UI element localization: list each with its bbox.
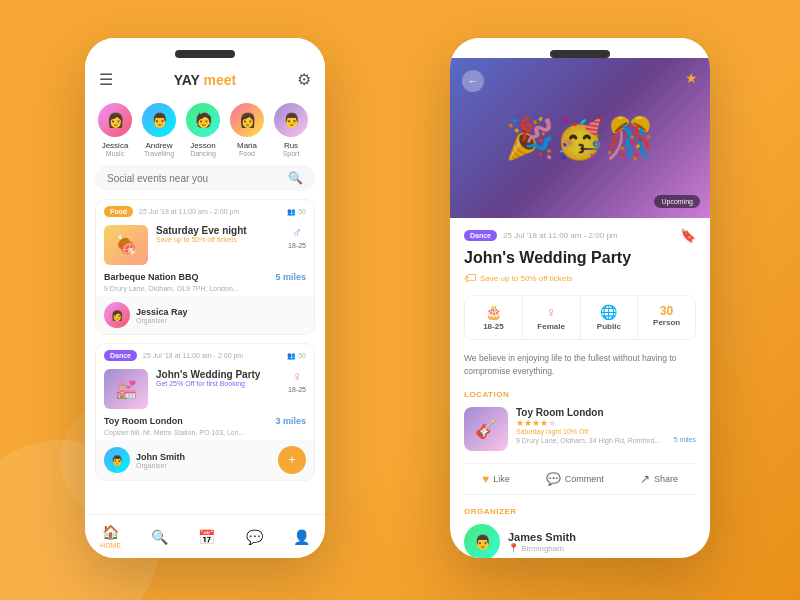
star-rating: ★★★★★ bbox=[516, 418, 696, 428]
organizer-avatar: 👨 bbox=[464, 524, 500, 559]
comment-button[interactable]: 💬 Comment bbox=[546, 472, 604, 486]
calendar-icon: 📅 bbox=[198, 529, 215, 545]
event-thumbnail: 🍖 bbox=[104, 225, 148, 265]
organiser-avatar: 👩 bbox=[104, 302, 130, 328]
dance-tag: Dance bbox=[104, 350, 137, 361]
pin-icon: 📍 bbox=[508, 543, 519, 553]
avatars-row: 👩 Jessica Music 👨 Andrew Travelling 🧑 Je… bbox=[85, 95, 325, 165]
discount-icon: 🏷 bbox=[464, 271, 476, 285]
profile-icon: 👤 bbox=[293, 529, 310, 545]
event-hero: 🎉🥳🎊 ← ★ Upcoming bbox=[450, 58, 710, 218]
detail-content: Dance 25 Jul '18 at 11:00 am - 2:00 pm 🔖… bbox=[450, 218, 710, 558]
upcoming-badge: Upcoming bbox=[654, 195, 700, 208]
app-logo: YAY meet bbox=[174, 72, 237, 88]
right-phone: 🎉🥳🎊 ← ★ Upcoming Dance 25 Jul '18 at 11:… bbox=[450, 38, 710, 558]
location-thumbnail: 🎸 bbox=[464, 407, 508, 451]
stat-count: 30 Person bbox=[638, 296, 695, 339]
search-bar[interactable]: 🔍 bbox=[95, 165, 315, 191]
phone-notch-right bbox=[550, 50, 610, 58]
people-count-2: 👥 50 bbox=[287, 352, 306, 360]
location-info: Toy Room London ★★★★★ Saturday night 10%… bbox=[516, 407, 696, 444]
gender-icon-2: ♀ bbox=[292, 369, 302, 384]
gender-icon: ♂ bbox=[292, 225, 302, 240]
nav-search[interactable]: 🔍 bbox=[151, 529, 168, 545]
event-card-2[interactable]: Dance 25 Jul '18 at 11:00 am - 2:00 pm 👥… bbox=[95, 343, 315, 481]
food-tag: Food bbox=[104, 206, 133, 217]
home-icon: 🏠 bbox=[102, 524, 119, 540]
right-phone-content: 🎉🥳🎊 ← ★ Upcoming Dance 25 Jul '18 at 11:… bbox=[450, 58, 710, 558]
organizer-row: 👨 James Smith 📍 Birmingham bbox=[464, 524, 696, 559]
public-icon: 🌐 bbox=[600, 304, 617, 320]
event-card-header-2: Dance 25 Jul '18 at 11:00 am - 2:00 pm 👥… bbox=[96, 344, 314, 365]
nav-home[interactable]: 🏠 HOME bbox=[100, 524, 121, 549]
event-thumbnail-2: 💒 bbox=[104, 369, 148, 409]
share-button[interactable]: ↗ Share bbox=[640, 472, 678, 486]
avatar-jesson: 🧑 bbox=[184, 101, 222, 139]
avatar-maria: 👩 bbox=[228, 101, 266, 139]
organizer-info: James Smith 📍 Birmingham bbox=[508, 531, 576, 553]
event-body-2: 💒 John's Wedding Party Get 25% Off for f… bbox=[96, 365, 314, 413]
event-card-1[interactable]: Food 25 Jul '18 at 11:00 am - 2:00 pm 👥 … bbox=[95, 199, 315, 335]
gender-stat-icon: ♀ bbox=[546, 304, 557, 320]
organiser-avatar-2: 👨 bbox=[104, 447, 130, 473]
event-type-tag: Dance bbox=[464, 230, 497, 241]
left-phone: ☰ YAY meet ⚙ 👩 Jessica Music 👨 Andrew Tr… bbox=[85, 38, 325, 558]
like-button[interactable]: ♥ Like bbox=[482, 472, 510, 486]
event-info: Saturday Eve night Save up to 50% off ti… bbox=[156, 225, 276, 243]
like-icon: ♥ bbox=[482, 472, 489, 486]
avatar-rus: 👨 bbox=[272, 101, 310, 139]
nav-profile[interactable]: 👤 bbox=[293, 529, 310, 545]
search-input[interactable] bbox=[107, 173, 288, 184]
event-description: We believe in enjoying life to the fulle… bbox=[464, 352, 696, 378]
event-organiser-2: 👨 John Smith Organiser + bbox=[96, 440, 314, 480]
location-card: 🎸 Toy Room London ★★★★★ Saturday night 1… bbox=[464, 407, 696, 451]
avatar-item[interactable]: 👩 Jessica Music bbox=[95, 101, 135, 157]
avatar-item[interactable]: 🧑 Jesson Dancing bbox=[183, 101, 223, 157]
filter-icon[interactable]: ⚙ bbox=[297, 70, 311, 89]
event-info-2: John's Wedding Party Get 25% Off for fir… bbox=[156, 369, 276, 387]
event-title: John's Wedding Party bbox=[464, 249, 631, 267]
avatar-item[interactable]: 👨 Rus Sport bbox=[271, 101, 311, 157]
nav-calendar[interactable]: 📅 bbox=[198, 529, 215, 545]
action-row: ♥ Like 💬 Comment ↗ Share bbox=[464, 463, 696, 495]
avatar-jessica: 👩 bbox=[96, 101, 134, 139]
discount-row: 🏷 Save up to 50% off tickets bbox=[464, 271, 696, 285]
bottom-nav: 🏠 HOME 🔍 📅 💬 👤 bbox=[85, 514, 325, 558]
event-venue: Barbeque Nation BBQ 5 miles bbox=[96, 269, 314, 285]
search-icon[interactable]: 🔍 bbox=[288, 171, 303, 185]
people-count: 👥 50 bbox=[287, 208, 306, 216]
location-label: LOCATION bbox=[464, 390, 696, 399]
hamburger-icon[interactable]: ☰ bbox=[99, 70, 113, 89]
stats-row: 🎂 18-25 ♀ Female 🌐 Public 30 Person bbox=[464, 295, 696, 340]
stat-type: 🌐 Public bbox=[581, 296, 639, 339]
stat-age: 🎂 18-25 bbox=[465, 296, 523, 339]
avatar-andrew: 👨 bbox=[140, 101, 178, 139]
comment-icon: 💬 bbox=[546, 472, 561, 486]
phone-notch bbox=[175, 50, 235, 58]
event-organiser: 👩 Jessica Ray Organiser bbox=[96, 296, 314, 334]
avatar-item[interactable]: 👩 Maria Food bbox=[227, 101, 267, 157]
left-header: ☰ YAY meet ⚙ bbox=[85, 58, 325, 95]
event-venue-2: Toy Room London 3 miles bbox=[96, 413, 314, 429]
add-button[interactable]: + bbox=[278, 446, 306, 474]
messages-icon: 💬 bbox=[246, 529, 263, 545]
search-nav-icon: 🔍 bbox=[151, 529, 168, 545]
avatar-item[interactable]: 👨 Andrew Travelling bbox=[139, 101, 179, 157]
nav-messages[interactable]: 💬 bbox=[246, 529, 263, 545]
age-icon: 🎂 bbox=[485, 304, 502, 320]
detail-tags-row: Dance 25 Jul '18 at 11:00 am - 2:00 pm 🔖 bbox=[464, 228, 696, 243]
event-card-header: Food 25 Jul '18 at 11:00 am - 2:00 pm 👥 … bbox=[96, 200, 314, 221]
stat-gender: ♀ Female bbox=[523, 296, 581, 339]
favorite-icon[interactable]: ★ bbox=[685, 70, 698, 86]
share-icon: ↗ bbox=[640, 472, 650, 486]
save-icon[interactable]: 🔖 bbox=[680, 228, 696, 243]
back-button[interactable]: ← bbox=[462, 70, 484, 92]
event-body: 🍖 Saturday Eve night Save up to 50% off … bbox=[96, 221, 314, 269]
organizer-section: ORGANIZER 👨 James Smith 📍 Birmingham bbox=[464, 507, 696, 559]
